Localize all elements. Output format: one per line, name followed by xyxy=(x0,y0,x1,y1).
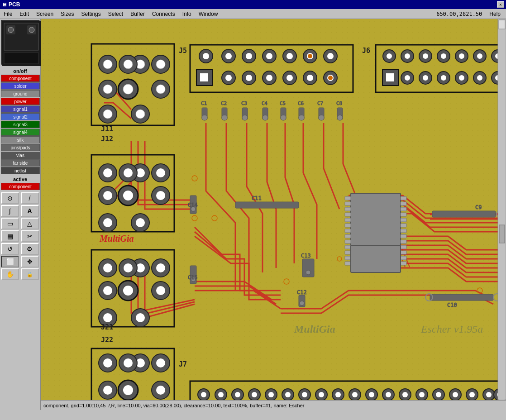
menubar: File Edit Screen Sizes Settings Select B… xyxy=(0,9,506,19)
move-tool[interactable]: ✥ xyxy=(21,256,39,267)
menu-settings[interactable]: Settings xyxy=(77,10,104,18)
svg-rect-222 xyxy=(401,240,406,243)
svg-rect-184 xyxy=(235,202,299,208)
via-tool[interactable]: ⊙ xyxy=(1,192,19,204)
svg-point-45 xyxy=(124,168,133,177)
close-button[interactable]: × xyxy=(497,1,504,8)
layer-pinspads[interactable]: pins/pads xyxy=(1,144,40,151)
layer-signal1[interactable]: signal1 xyxy=(1,105,40,113)
toolbox: ⊙ / ∫ A ▭ △ ▤ ✂ ↺ ⚙ ⬜ ✥ ✋ 🔒 xyxy=(1,192,39,280)
svg-text:C2: C2 xyxy=(221,100,227,106)
layer-signal2[interactable]: signal2 xyxy=(1,113,40,120)
svg-point-92 xyxy=(225,53,232,59)
svg-point-132 xyxy=(459,53,464,59)
svg-point-128 xyxy=(423,53,428,59)
svg-point-190 xyxy=(300,301,304,305)
pcb-svg[interactable]: J11 J12 xyxy=(41,19,506,410)
layer-vias[interactable]: vias xyxy=(1,152,40,159)
layer-signal4[interactable]: signal4 xyxy=(1,129,40,136)
svg-rect-205 xyxy=(345,218,351,222)
menu-help[interactable]: Help xyxy=(486,10,504,18)
menu-buffer[interactable]: Buffer xyxy=(127,10,148,18)
svg-point-78 xyxy=(156,358,165,368)
svg-point-49 xyxy=(136,218,145,227)
svg-point-252 xyxy=(319,392,324,397)
preview-box xyxy=(1,20,40,65)
svg-point-155 xyxy=(202,115,207,120)
svg-rect-208 xyxy=(345,234,351,238)
layer-ground[interactable]: ground xyxy=(1,90,40,97)
svg-point-110 xyxy=(266,75,272,81)
svg-point-158 xyxy=(222,115,227,120)
svg-rect-279 xyxy=(498,19,506,410)
layer-farside[interactable]: far side xyxy=(1,159,40,167)
layer-power[interactable]: power xyxy=(1,98,40,105)
hand-tool[interactable]: ✋ xyxy=(1,268,19,280)
svg-text:C14: C14 xyxy=(188,202,198,208)
settings-tool[interactable]: ⚙ xyxy=(21,243,39,255)
layer-signal3[interactable]: signal3 xyxy=(1,121,40,128)
line-tool[interactable]: / xyxy=(21,192,39,204)
rect-tool[interactable]: ▭ xyxy=(1,218,19,229)
scissors-tool[interactable]: ✂ xyxy=(21,230,39,242)
menu-edit[interactable]: Edit xyxy=(16,10,33,18)
arc-tool[interactable]: ∫ xyxy=(1,205,19,217)
layer-component[interactable]: component xyxy=(1,75,40,82)
svg-rect-204 xyxy=(345,213,351,216)
coordinates-display: 650.00,2821.50 xyxy=(436,11,482,17)
svg-point-39 xyxy=(103,191,112,200)
statusbar: component, grid=1.00:10,45_/,R, line=10.… xyxy=(41,400,506,410)
svg-point-26 xyxy=(103,110,112,119)
svg-point-61 xyxy=(123,286,133,296)
svg-point-176 xyxy=(337,115,343,120)
svg-point-187 xyxy=(306,270,310,275)
svg-point-98 xyxy=(286,53,293,59)
svg-text:C8: C8 xyxy=(336,100,342,106)
svg-rect-196 xyxy=(430,294,493,301)
svg-point-112 xyxy=(286,75,293,81)
lock-tool[interactable]: 🔒 xyxy=(21,268,39,280)
menu-select[interactable]: Select xyxy=(105,10,127,18)
svg-rect-227 xyxy=(351,245,401,272)
layer-solder[interactable]: solder xyxy=(1,82,40,90)
text-tool[interactable]: A xyxy=(21,205,39,217)
svg-text:C6: C6 xyxy=(298,100,304,106)
svg-text:C13: C13 xyxy=(301,253,311,259)
pcb-canvas[interactable]: J11 J12 xyxy=(41,19,506,410)
svg-text:J12: J12 xyxy=(101,135,113,143)
svg-point-47 xyxy=(103,218,112,227)
svg-rect-224 xyxy=(401,251,406,254)
svg-point-142 xyxy=(423,75,428,81)
svg-rect-192 xyxy=(432,211,496,217)
menu-info[interactable]: Info xyxy=(179,10,195,18)
active-layer-display[interactable]: component xyxy=(1,183,40,190)
svg-point-266 xyxy=(436,392,441,397)
svg-point-59 xyxy=(103,286,112,295)
menu-file[interactable]: File xyxy=(0,10,16,18)
rotate-tool[interactable]: ↺ xyxy=(1,243,19,255)
svg-rect-202 xyxy=(345,202,351,205)
svg-text:C5: C5 xyxy=(280,100,286,106)
menu-window[interactable]: Window xyxy=(195,10,222,18)
svg-rect-226 xyxy=(401,262,406,265)
svg-point-22 xyxy=(156,85,165,94)
poly-tool[interactable]: △ xyxy=(21,218,39,229)
svg-rect-211 xyxy=(345,251,351,254)
sidebar: on/off component solder ground power sig… xyxy=(0,19,41,410)
svg-text:C4: C4 xyxy=(262,100,268,106)
svg-rect-201 xyxy=(345,196,351,200)
menu-sizes[interactable]: Sizes xyxy=(57,10,77,18)
svg-rect-225 xyxy=(401,256,406,260)
layer-silk[interactable]: silk xyxy=(1,136,40,143)
svg-point-164 xyxy=(263,115,268,120)
svg-text:C7: C7 xyxy=(317,100,323,106)
menu-connects[interactable]: Connects xyxy=(148,10,179,18)
svg-point-126 xyxy=(405,53,410,59)
buffer-tool[interactable]: ▤ xyxy=(1,230,19,242)
layer-netlist[interactable]: netlist xyxy=(1,167,40,174)
title-icon: 🖥 xyxy=(2,2,7,7)
menu-screen[interactable]: Screen xyxy=(33,10,57,18)
svg-point-250 xyxy=(302,392,307,397)
svg-point-80 xyxy=(103,386,112,395)
select-box-tool[interactable]: ⬜ xyxy=(1,256,19,267)
